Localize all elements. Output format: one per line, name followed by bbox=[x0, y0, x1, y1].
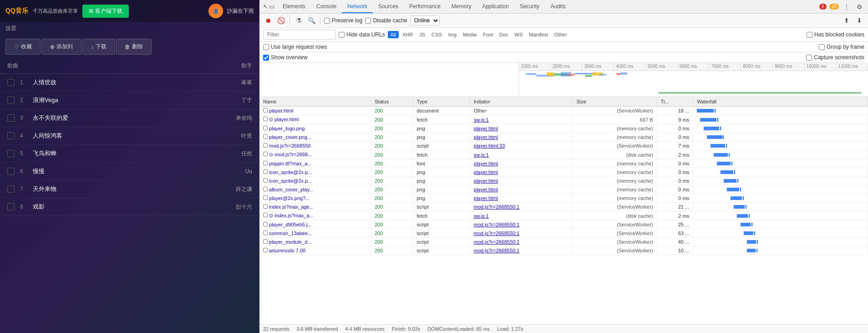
table-row[interactable]: player_module_d... 200 script mod.js?r=2… bbox=[259, 238, 868, 246]
song-row[interactable]: 3 永不失联的爱 单依纯 bbox=[0, 109, 259, 127]
clear-button[interactable]: 🚫 bbox=[276, 15, 286, 26]
table-row[interactable]: album_cover_play... 200 png player.html … bbox=[259, 185, 868, 194]
download-button[interactable]: ↓ 下载 bbox=[82, 39, 115, 55]
search-icon-button[interactable]: 🔍 bbox=[306, 15, 316, 26]
table-row[interactable]: player@2x.png?... 200 png player.html (m… bbox=[259, 194, 868, 203]
song-checkbox[interactable] bbox=[7, 150, 15, 157]
song-checkbox[interactable] bbox=[7, 79, 15, 86]
disable-cache-label[interactable]: Disable cache bbox=[365, 17, 407, 24]
table-row[interactable]: player_cover.png... 200 png player.html … bbox=[259, 133, 868, 142]
group-by-frame-checkbox[interactable] bbox=[819, 44, 825, 50]
filter-type-doc[interactable]: Doc bbox=[497, 31, 511, 38]
table-row[interactable]: icon_sprite@2x.p... 200 png player.html … bbox=[259, 177, 868, 185]
add-to-button[interactable]: ⊕ 添加到 bbox=[41, 39, 81, 55]
large-rows-option[interactable]: Use large request rows bbox=[263, 44, 327, 50]
more-options-button[interactable]: ⋮ bbox=[842, 2, 852, 12]
table-row[interactable]: poppin.ttf?max_a... 200 font player.html… bbox=[259, 159, 868, 168]
table-row[interactable]: mod.js?r=2668550 200 script player.html:… bbox=[259, 142, 868, 150]
filter-type-img[interactable]: Img bbox=[446, 31, 459, 38]
tab-memory[interactable]: Memory bbox=[446, 0, 477, 13]
capture-screenshots-option[interactable]: Capture screenshots bbox=[806, 54, 864, 61]
tab-elements[interactable]: Elements bbox=[277, 0, 311, 13]
row-checkbox[interactable] bbox=[263, 108, 268, 113]
hide-data-urls-label[interactable]: Hide data URLs bbox=[339, 31, 385, 38]
song-row[interactable]: 2 浪潮Vega 丁于 bbox=[0, 92, 259, 109]
show-overview-option[interactable]: Show overview bbox=[263, 54, 308, 61]
song-row[interactable]: 4 人间惊鸿客 叶里 bbox=[0, 127, 259, 145]
table-row[interactable]: icon_sprite@2x.p... 200 png player.html … bbox=[259, 168, 868, 177]
song-row[interactable]: 1 人情世故 蒋蒋 bbox=[0, 74, 259, 92]
row-checkbox[interactable] bbox=[263, 213, 268, 217]
filter-icon-button[interactable]: ⚗ bbox=[294, 15, 304, 26]
record-button[interactable]: ⏺ bbox=[263, 15, 273, 26]
filter-input[interactable] bbox=[263, 30, 336, 40]
row-checkbox[interactable] bbox=[263, 178, 268, 183]
tab-application[interactable]: Application bbox=[477, 0, 514, 13]
tab-console[interactable]: Console bbox=[311, 0, 342, 13]
has-blocked-cookies-checkbox[interactable] bbox=[807, 32, 812, 38]
row-checkbox[interactable] bbox=[263, 195, 268, 200]
song-row[interactable]: 5 飞鸟和蝉 任然 bbox=[0, 145, 259, 163]
row-checkbox[interactable] bbox=[263, 161, 268, 165]
filter-type-ws[interactable]: WS bbox=[512, 31, 526, 38]
table-row[interactable]: index.js?max_age... 200 script mod.js?r=… bbox=[259, 203, 868, 211]
disable-cache-checkbox[interactable] bbox=[365, 18, 371, 24]
table-row[interactable]: player_logo.png 200 png player.html (mem… bbox=[259, 124, 868, 133]
row-checkbox[interactable] bbox=[263, 231, 268, 235]
filter-type-media[interactable]: Media bbox=[460, 31, 479, 38]
table-row[interactable]: ⊙ mod.js?r=2668... 200 fetch sw.js:1 (di… bbox=[259, 150, 868, 159]
tab-security[interactable]: Security bbox=[514, 0, 545, 13]
throttle-select[interactable]: Online bbox=[410, 15, 440, 26]
tab-sources[interactable]: Sources bbox=[373, 0, 404, 13]
tab-performance[interactable]: Performance bbox=[404, 0, 446, 13]
import-har-button[interactable]: ⬆ bbox=[842, 15, 852, 26]
row-checkbox[interactable] bbox=[263, 187, 268, 191]
song-checkbox[interactable] bbox=[7, 114, 15, 122]
song-checkbox[interactable] bbox=[7, 132, 15, 139]
table-row[interactable]: arturnmods 7.00 200 script mod.js?r=2668… bbox=[259, 246, 868, 255]
row-checkbox[interactable] bbox=[263, 222, 268, 226]
song-checkbox[interactable] bbox=[7, 168, 15, 175]
collect-button[interactable]: ♡ 收藏 bbox=[5, 39, 41, 55]
settings-label[interactable]: 设置 bbox=[5, 25, 16, 31]
filter-type-xhr[interactable]: XHR bbox=[400, 31, 416, 38]
row-checkbox[interactable] bbox=[263, 152, 268, 156]
row-checkbox[interactable] bbox=[263, 117, 268, 121]
filter-type-css[interactable]: CSS bbox=[429, 31, 445, 38]
large-rows-checkbox[interactable] bbox=[263, 44, 269, 50]
row-checkbox[interactable] bbox=[263, 248, 268, 252]
tab-audits[interactable]: Audits bbox=[545, 0, 571, 13]
song-row[interactable]: 8 戏影 彭十六 bbox=[0, 198, 259, 216]
table-row[interactable]: ⊙ player.html 200 fetch sw.js:1 667 B 9 … bbox=[259, 115, 868, 124]
group-by-frame-option[interactable]: Group by frame bbox=[819, 44, 864, 50]
tab-network[interactable]: Network bbox=[342, 0, 373, 13]
row-checkbox[interactable] bbox=[263, 134, 268, 139]
song-checkbox[interactable] bbox=[7, 203, 15, 210]
table-row[interactable]: player_d905eb5.j... 200 script mod.js?r=… bbox=[259, 220, 868, 229]
hide-data-urls-checkbox[interactable] bbox=[339, 32, 345, 38]
row-checkbox[interactable] bbox=[263, 143, 268, 148]
song-row[interactable]: 7 天外来物 薛之谦 bbox=[0, 180, 259, 198]
table-row[interactable]: ⊙ index.js?max_a... 200 fetch sw.js:1 (d… bbox=[259, 211, 868, 220]
preserve-log-label[interactable]: Preserve log bbox=[324, 17, 362, 24]
song-checkbox[interactable] bbox=[7, 97, 15, 104]
row-checkbox[interactable] bbox=[263, 126, 268, 130]
song-row[interactable]: 6 慢慢 Uu bbox=[0, 163, 259, 180]
export-har-button[interactable]: ⬇ bbox=[854, 15, 864, 26]
filter-type-all[interactable]: All bbox=[388, 31, 399, 38]
row-checkbox[interactable] bbox=[263, 239, 268, 244]
preserve-log-checkbox[interactable] bbox=[324, 18, 330, 24]
delete-button[interactable]: 🗑 删除 bbox=[116, 39, 152, 55]
filter-type-other[interactable]: Other bbox=[552, 31, 570, 38]
row-checkbox[interactable] bbox=[263, 169, 268, 174]
filter-type-font[interactable]: Font bbox=[480, 31, 496, 38]
show-overview-checkbox[interactable] bbox=[263, 55, 269, 61]
filter-type-manifest[interactable]: Manifest bbox=[526, 31, 551, 38]
settings-icon-button[interactable]: ⚙ bbox=[854, 2, 864, 12]
table-row[interactable]: player.html 200 document Other (ServiceW… bbox=[259, 107, 868, 115]
row-checkbox[interactable] bbox=[263, 204, 268, 209]
has-blocked-cookies-label[interactable]: Has blocked cookies bbox=[807, 31, 864, 38]
capture-screenshots-checkbox[interactable] bbox=[806, 55, 812, 61]
song-checkbox[interactable] bbox=[7, 185, 15, 193]
filter-type-js[interactable]: JS bbox=[416, 31, 428, 38]
